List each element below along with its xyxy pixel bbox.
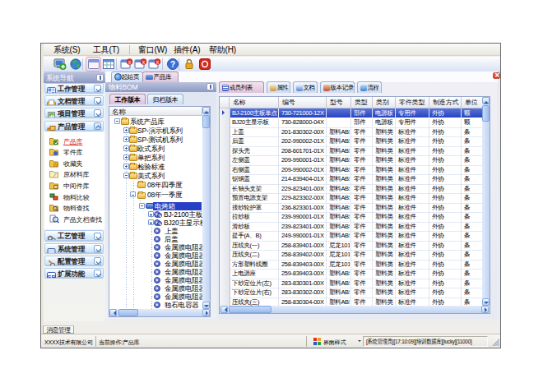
svg-text:SP: SP xyxy=(47,273,56,278)
svg-text:?: ? xyxy=(170,60,175,69)
